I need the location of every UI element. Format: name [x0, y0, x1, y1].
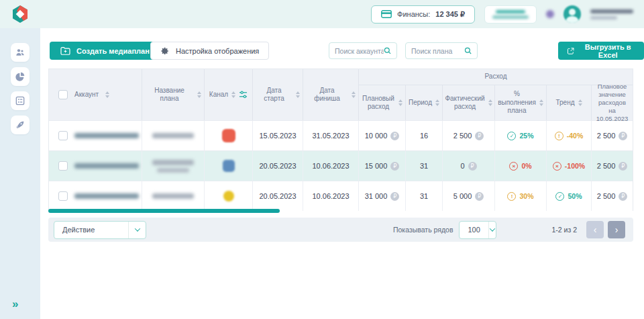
date-start-value: 20.05.2023: [259, 162, 296, 170]
previous-page-button[interactable]: ‹: [586, 221, 604, 238]
display-settings-label: Настройка отображения: [176, 47, 259, 55]
channel-filter-icon[interactable]: [239, 91, 248, 99]
planned-on-date-value: 2 500: [597, 162, 616, 170]
status-icon: ✓: [555, 192, 564, 201]
sort-icon[interactable]: [197, 91, 201, 98]
select-all-checkbox[interactable]: [58, 90, 68, 99]
sidebar-item-statistics[interactable]: [11, 67, 30, 86]
trend-value: 50%: [568, 192, 582, 200]
cell-date-finish: 10.06.2023: [303, 151, 359, 181]
column-label: % выполнения плана: [498, 90, 536, 116]
group-label: Расход: [485, 73, 507, 81]
column-label: Фактический расход: [445, 95, 484, 111]
cell-plan-name: [142, 181, 205, 211]
display-settings-button[interactable]: Настройка отображения: [150, 42, 269, 60]
sort-icon[interactable]: [296, 91, 300, 98]
cell-trend: ×-100%: [547, 151, 592, 181]
cell-completion-percent: ×0%: [495, 151, 547, 181]
chevron-down-icon: [488, 222, 496, 238]
redacted-text-line: [590, 9, 633, 13]
ruble-badge-icon: ₽: [619, 132, 627, 140]
finances-button[interactable]: Финансы: 12 345 ₽: [371, 5, 475, 24]
sort-icon[interactable]: [352, 91, 356, 98]
sidebar-item-boost[interactable]: [11, 116, 30, 134]
column-header-channel[interactable]: Канал: [205, 69, 253, 120]
search-icon[interactable]: [464, 46, 472, 55]
completion-value: 30%: [519, 192, 533, 200]
date-finish-value: 10.06.2023: [312, 192, 349, 200]
column-header-actual-expense[interactable]: Фактический расход: [443, 85, 495, 120]
sort-icon[interactable]: [105, 91, 109, 98]
rows-per-page-value: 100: [460, 226, 488, 234]
create-media-plan-label: Создать медиаплан: [76, 47, 150, 55]
cell-channel: [205, 121, 253, 150]
planned-expense-value: 31 000: [365, 192, 388, 200]
period-value: 31: [420, 192, 428, 200]
create-media-plan-button[interactable]: Создать медиаплан: [50, 42, 160, 60]
cell-planned-expense: 31 000₽: [359, 181, 406, 211]
cell-date-start: 20.05.2023: [253, 151, 303, 181]
status-icon: ✓: [507, 132, 516, 140]
account-name-redacted: [74, 193, 139, 199]
table-row: 20.05.2023 10.06.2023 31 000₽ 31 5 000₽ …: [49, 181, 633, 211]
date-start-value: 15.05.2023: [259, 132, 296, 140]
column-header-planned-expense[interactable]: Плановый расход: [359, 85, 406, 120]
sort-icon[interactable]: [398, 99, 402, 106]
sidebar-item-accounts[interactable]: [11, 43, 30, 62]
column-label: Дата старта: [256, 87, 292, 103]
row-checkbox[interactable]: [58, 131, 68, 140]
ruble-badge-icon: ₽: [390, 192, 399, 201]
finances-label: Финансы:: [397, 10, 430, 18]
column-header-date-finish[interactable]: Дата финиша: [303, 69, 359, 120]
column-header-completion-percent[interactable]: % выполнения плана: [495, 85, 547, 120]
card-icon: [381, 10, 392, 18]
next-page-button[interactable]: ›: [608, 221, 625, 238]
sort-icon[interactable]: [435, 99, 439, 106]
sidebar-expand-chevrons-icon[interactable]: »: [12, 298, 18, 311]
search-icon[interactable]: [384, 46, 391, 55]
ruble-badge-icon: ₽: [390, 162, 399, 171]
date-finish-value: 10.06.2023: [312, 162, 349, 170]
cell-actual-expense: 5 000₽: [443, 181, 495, 211]
column-label: Плановый расход: [362, 95, 395, 111]
user-name-redacted[interactable]: [590, 9, 633, 19]
plan-name-redacted: [152, 160, 194, 173]
sort-icon[interactable]: [488, 99, 492, 106]
column-header-date-start[interactable]: Дата старта: [253, 69, 303, 120]
cell-completion-percent: ✓25%: [495, 121, 547, 150]
cell-plan-name: [142, 121, 205, 150]
plan-search-input[interactable]: [411, 47, 464, 55]
user-avatar[interactable]: [564, 5, 581, 23]
column-header-period[interactable]: Период: [406, 85, 443, 120]
sort-icon[interactable]: [578, 99, 582, 106]
planned-expense-value: 15 000: [365, 162, 388, 170]
row-checkbox[interactable]: [58, 191, 68, 201]
cell-planned-on-date: 2 500₽: [592, 181, 633, 211]
cell-date-finish: 31.05.2023: [303, 121, 359, 150]
redacted-text-line: [590, 16, 617, 19]
cell-planned-expense: 10 000₽: [359, 121, 406, 150]
column-header-planned-on-date[interactable]: Плановое значение расходов на 10.05.2023: [592, 85, 633, 120]
account-search-input[interactable]: [335, 47, 384, 55]
column-label: Плановое значение расходов на 10.05.2023: [594, 83, 630, 122]
horizontal-scrollbar[interactable]: [48, 209, 280, 213]
action-select[interactable]: Действие: [54, 221, 146, 239]
media-plans-table: Аккаунт Название плана Канал Дата старта: [48, 69, 633, 211]
pie-chart-icon: [15, 71, 25, 82]
column-header-trend[interactable]: Тренд: [547, 85, 592, 120]
column-header-plan-name[interactable]: Название плана: [142, 69, 205, 120]
sidebar-item-media-plans[interactable]: [11, 91, 30, 110]
account-search-box: [329, 42, 397, 59]
notification-icon-redacted[interactable]: [546, 10, 554, 18]
export-to-excel-button[interactable]: Выгрузить в Excel: [558, 42, 644, 60]
sort-icon[interactable]: [539, 99, 543, 106]
row-checkbox[interactable]: [58, 161, 68, 171]
date-finish-value: 31.05.2023: [312, 132, 349, 140]
ruble-badge-icon: ₽: [619, 192, 627, 201]
column-header-account[interactable]: Аккаунт: [49, 69, 142, 120]
secondary-action-button-redacted[interactable]: [484, 5, 537, 24]
rows-per-page-select[interactable]: 100: [459, 221, 496, 239]
cell-actual-expense: 2 500₽: [443, 121, 495, 150]
sort-icon[interactable]: [231, 91, 235, 98]
ruble-badge-icon: ₽: [468, 162, 477, 171]
